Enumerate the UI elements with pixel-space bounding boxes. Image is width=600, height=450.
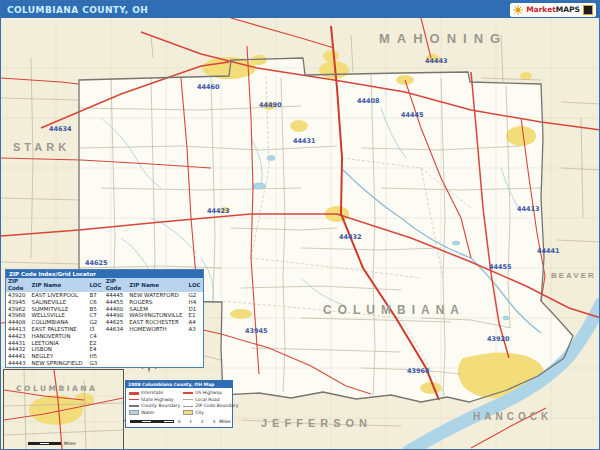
inset-map-canvas <box>4 370 123 449</box>
zip-index-row: 44443NEW SPRINGFIELDG3 <box>6 360 203 367</box>
sunburst-icon <box>513 5 523 15</box>
inset-map-panel: COLUMBIANA Miles <box>3 369 124 450</box>
legend-swatch <box>183 410 193 415</box>
zip-index-column-header: LOC <box>87 278 103 292</box>
legend-swatch <box>183 406 193 407</box>
zip-index-panel: ZIP Code Index/Grid Locator ZIP CodeZIP … <box>5 269 204 368</box>
zip-index-column-header: ZIP Code <box>6 278 30 292</box>
zip-index-row: 44441NEGLEYH5 <box>6 353 203 360</box>
zip-index-row: 44431LEETONIAE2 <box>6 340 203 347</box>
zip-index-row: 43945SALINEVILLEC644455ROGERSH4 <box>6 299 203 306</box>
zip-index-column-header: LOC <box>187 278 203 292</box>
zip-index-title: ZIP Code Index/Grid Locator <box>6 270 203 278</box>
legend-swatch <box>183 392 193 394</box>
title-bar: COLUMBIANA COUNTY, OH MarketMAPS <box>1 1 599 18</box>
zip-index-row: 43920EAST LIVERPOOLB744445NEW WATERFORDG… <box>6 292 203 299</box>
legend-swatch <box>129 410 139 415</box>
legend-item: City <box>183 410 238 417</box>
legend-scale-segments <box>130 420 174 423</box>
zip-index-row: 43968WELLSVILLEC744490WASHINGTONVILLEE1 <box>6 312 203 319</box>
legend-item: Water <box>129 410 180 417</box>
inset-city-label: COLUMBIANA <box>16 384 97 393</box>
zip-index-row: 44408COLUMBIANAG244625EAST ROCHESTERA4 <box>6 319 203 326</box>
inset-scale-segments <box>28 442 61 445</box>
publisher-logo: MarketMAPS <box>510 3 596 17</box>
legend-swatch <box>183 399 193 400</box>
map-page: COLUMBIANA COUNTY, OH MarketMAPS <box>0 0 600 450</box>
legend-scale: 0123 Miles <box>126 418 232 427</box>
zip-index-header-row: ZIP CodeZIP NameLOCZIP CodeZIP NameLOC <box>6 278 203 292</box>
inset-scale-bar: Miles <box>28 441 76 446</box>
legend-swatch <box>129 392 139 395</box>
legend-scale-ticks: 0123 <box>178 419 215 424</box>
legend-scale-label: Miles <box>219 419 231 424</box>
zip-index-column-header: ZIP Name <box>127 278 186 292</box>
zip-index-table: ZIP CodeZIP NameLOCZIP CodeZIP NameLOC 4… <box>6 278 203 367</box>
zip-index-body: 43920EAST LIVERPOOLB744445NEW WATERFORDG… <box>6 292 203 367</box>
logo-mark <box>583 5 593 15</box>
legend-title: 2008 Columbiana County, OH Map <box>126 381 232 388</box>
legend-panel: 2008 Columbiana County, OH Map Interstat… <box>125 380 233 428</box>
legend-swatch <box>129 405 139 407</box>
legend-items: InterstateUS HighwayState HighwayLocal R… <box>126 388 232 418</box>
logo-text: MarketMAPS <box>526 3 580 17</box>
zip-index-row: 44413EAST PALESTINEI344634HOMEWORTHA3 <box>6 326 203 333</box>
zip-index-row: 44432LISBONE4 <box>6 346 203 353</box>
zip-index-column-header: ZIP Name <box>30 278 88 292</box>
page-title: COLUMBIANA COUNTY, OH <box>7 5 148 15</box>
legend-swatch <box>129 399 139 400</box>
zip-index-row: 43962SUMMITVILLEB544460SALEMD1 <box>6 306 203 313</box>
zip-index-row: 44423HANOVERTONC4 <box>6 333 203 340</box>
zip-index-column-header: ZIP Code <box>104 278 128 292</box>
